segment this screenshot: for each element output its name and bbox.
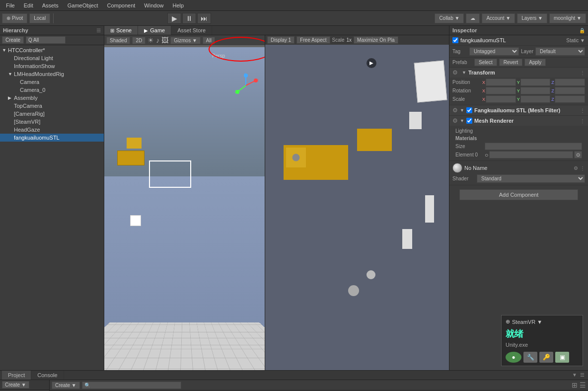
assets-create-button[interactable]: Create ▼: [52, 382, 80, 389]
2d-button[interactable]: 2D: [132, 37, 146, 44]
account-button[interactable]: Account ▼: [482, 13, 515, 23]
tree-item-camera[interactable]: Camera: [0, 78, 104, 86]
hierarchy-create-button[interactable]: Create: [2, 36, 24, 44]
image-icon[interactable]: 🖼: [161, 36, 168, 44]
assets-search-input[interactable]: [82, 382, 181, 389]
tree-item-fangkuai[interactable]: fangkuailuomuSTL: [0, 134, 104, 142]
transform-menu-icon[interactable]: ⋮: [580, 70, 585, 76]
mesh-renderer-header[interactable]: ⚙ ▼ Mesh Renderer ⋮: [449, 116, 588, 126]
free-aspect-button[interactable]: Free Aspect: [296, 36, 330, 44]
hierarchy-menu-icon[interactable]: ☰: [96, 28, 101, 33]
game-tab[interactable]: ▶ Game: [138, 26, 171, 35]
shader-select[interactable]: Standard: [477, 174, 585, 183]
element-input[interactable]: No Name: [489, 151, 573, 158]
scene-white-box: [149, 160, 191, 188]
game-scene[interactable]: ▶: [265, 45, 449, 370]
assets-view-icon[interactable]: ⊞: [572, 381, 578, 389]
menu-help[interactable]: Help: [168, 1, 188, 9]
prefab-apply-button[interactable]: Apply: [524, 59, 546, 66]
sy-label: Y: [517, 97, 520, 102]
scene-canvas[interactable]: Y X Z Persp: [104, 47, 265, 370]
pos-y-input[interactable]: -3.8: [520, 78, 551, 86]
size-input[interactable]: 1: [485, 143, 582, 150]
bottom-collapse-icon[interactable]: ▼: [571, 371, 579, 380]
transform-header[interactable]: ⚙ ▼ Transform ⋮: [449, 68, 588, 78]
scene-tab[interactable]: ⊞ Scene: [104, 26, 138, 35]
console-tab[interactable]: Console: [31, 371, 64, 380]
all-button[interactable]: All: [203, 37, 215, 44]
local-button[interactable]: Local: [29, 13, 50, 23]
tree-item-camera0[interactable]: Camera_0: [0, 86, 104, 94]
pivot-button[interactable]: ⊕ Pivot: [2, 13, 27, 23]
display-button[interactable]: Display 1: [267, 36, 294, 44]
mesh-filter-checkbox[interactable]: [466, 107, 472, 113]
tree-item-directional-light[interactable]: Directional Light: [0, 54, 104, 62]
rot-x-input[interactable]: -90.0000: [486, 87, 516, 94]
mesh-renderer-checkbox[interactable]: [466, 118, 472, 124]
tree-item-assembly[interactable]: ▶ Assembly: [0, 94, 104, 102]
layout-button[interactable]: moonlight ▼: [549, 13, 586, 23]
tag-select[interactable]: Untagged: [469, 47, 519, 56]
cloud-button[interactable]: ☁: [466, 13, 480, 23]
transform-settings-icon: ⚙: [452, 69, 458, 76]
tree-item-htccontroller[interactable]: ▼ HTCController*: [0, 46, 104, 54]
mesh-filter-menu-icon[interactable]: ⋮: [580, 108, 585, 113]
steamvr-wrench-button[interactable]: 🔧: [523, 352, 537, 363]
add-component-button[interactable]: Add Component: [459, 189, 578, 200]
menu-file[interactable]: File: [2, 1, 19, 9]
menu-component[interactable]: Component: [103, 1, 139, 9]
project-tab[interactable]: Project: [2, 371, 31, 380]
sz-label: Z: [551, 97, 554, 102]
asset-store-tab[interactable]: Asset Store: [171, 26, 212, 35]
rot-y-input[interactable]: 0: [520, 87, 551, 94]
inspector-lock-icon[interactable]: 🔒: [579, 28, 585, 33]
material-menu-icon[interactable]: ⚙: [574, 165, 578, 171]
material-expand-icon[interactable]: ⋮: [580, 165, 585, 171]
menu-assets[interactable]: Assets: [38, 1, 63, 9]
gizmos-button[interactable]: Gizmos ▼: [170, 37, 201, 44]
step-button[interactable]: ⏭: [197, 13, 211, 24]
pos-z-input[interactable]: -6.98: [555, 78, 585, 86]
bottom-menu-icon[interactable]: ☰: [579, 371, 586, 380]
tree-item-lmheadmountedrig[interactable]: ▼ LMHeadMountedRig: [0, 70, 104, 78]
steamvr-key-button[interactable]: 🔑: [539, 352, 553, 363]
scene-viewport[interactable]: Shaded 2D ☀ ♪ 🖼 Gizmos ▼ All: [104, 35, 265, 370]
scale-z-input[interactable]: 0.100000: [555, 95, 585, 103]
hierarchy-search-input[interactable]: [26, 36, 66, 44]
steamvr-green-button[interactable]: ●: [506, 352, 521, 363]
pos-x-input[interactable]: 11.61: [486, 78, 516, 86]
mesh-renderer-menu-icon[interactable]: ⋮: [580, 118, 585, 124]
element-select-button[interactable]: ⊙: [574, 151, 582, 158]
light-icon[interactable]: ☀: [147, 36, 154, 44]
menu-edit[interactable]: Edit: [20, 1, 37, 9]
maximize-button[interactable]: Maximize On Pla: [354, 36, 398, 44]
mesh-filter-header[interactable]: ⚙ ▼ Fangkuailuomu STL (Mesh Filter) ⋮: [449, 105, 588, 115]
prefab-revert-button[interactable]: Revert: [499, 59, 522, 66]
game-viewport[interactable]: Display 1 Free Aspect Scale 1x Maximize …: [265, 35, 449, 370]
rot-z-input[interactable]: 0: [555, 87, 585, 94]
prefab-select-button[interactable]: Select: [474, 59, 497, 66]
pause-button[interactable]: ⏸: [182, 13, 196, 24]
create-button[interactable]: Create ▼: [2, 381, 29, 389]
play-button[interactable]: ▶: [167, 13, 181, 24]
tree-item-cameraring[interactable]: [CameraRig]: [0, 110, 104, 118]
object-active-checkbox[interactable]: [452, 37, 458, 43]
tree-item-informationshow[interactable]: InformationShow: [0, 62, 104, 70]
layer-select[interactable]: Default: [535, 47, 585, 56]
video-play-icon[interactable]: ▶: [367, 58, 376, 68]
scale-y-input[interactable]: 0.10000C: [520, 95, 551, 103]
assets-menu-icon[interactable]: ☰: [580, 381, 586, 389]
transform-section: ⚙ ▼ Transform ⋮ Position X 11.61 Y: [449, 68, 588, 105]
object-name: fangkuailuomuSTL: [460, 37, 564, 43]
steamvr-screen-button[interactable]: ▣: [555, 352, 569, 363]
audio-icon[interactable]: ♪: [156, 36, 159, 44]
shaded-button[interactable]: Shaded: [106, 37, 130, 44]
layers-button[interactable]: Layers ▼: [517, 13, 547, 23]
menu-gameobject[interactable]: GameObject: [64, 1, 102, 9]
menu-window[interactable]: Window: [140, 1, 167, 9]
tree-item-topcamera[interactable]: TopCamera: [0, 102, 104, 110]
scale-x-input[interactable]: 0.1: [486, 95, 516, 103]
collab-button[interactable]: Collab ▼: [435, 13, 464, 23]
tree-item-headgaze[interactable]: HeadGaze: [0, 126, 104, 134]
tree-item-steamvr[interactable]: [SteamVR]: [0, 118, 104, 126]
